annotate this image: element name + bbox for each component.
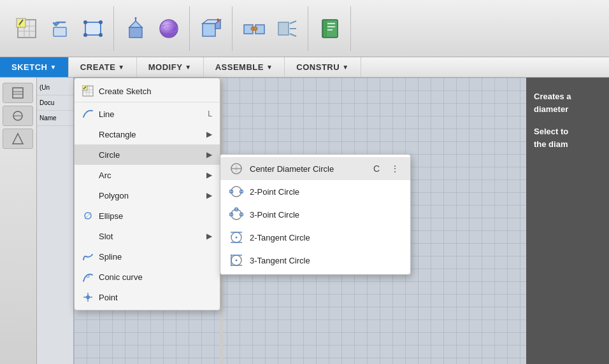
menu-item-create-sketch[interactable]: Create Sketch (75, 81, 220, 102)
submenu-label-3tangent: 3-Tangent Circle (250, 256, 310, 265)
svg-point-13 (99, 33, 103, 37)
sidebar-label-docu: Docu (37, 95, 73, 111)
menu-item-circle[interactable]: Circle ▶ (75, 144, 220, 165)
menu-item-point[interactable]: Point (75, 287, 220, 307)
toolbar-assemble-section (234, 6, 308, 51)
left-panel-btn-3[interactable] (3, 129, 33, 149)
nav-bar: SKETCH ▼ CREATE ▼ MODIFY ▼ ASSEMBLE ▼ CO… (0, 57, 609, 78)
toolbar-create-section (115, 6, 190, 51)
svg-marker-17 (134, 17, 137, 18)
svg-rect-8 (54, 27, 66, 36)
rectangle-icon (82, 17, 104, 40)
arc-menu-icon (82, 169, 94, 181)
submenu-item-2tangent[interactable]: 2-Tangent Circle (220, 226, 410, 249)
svg-point-63 (235, 167, 238, 170)
nav-arrow-sketch: ▼ (50, 64, 56, 71)
sphere-icon (157, 17, 180, 40)
nav-item-create[interactable]: CREATE ▼ (69, 57, 137, 77)
sidebar-labels: (Un Docu Name (37, 78, 74, 364)
menu-label-arc: Arc (99, 171, 111, 180)
menu-label-line: Line (99, 109, 115, 119)
submenu-label-3point: 3-Point Circle (250, 210, 299, 220)
svg-rect-14 (129, 27, 142, 38)
toolbar-btn-undo[interactable] (45, 10, 75, 48)
bearing-icon (276, 17, 299, 40)
toolbar-construct-section (310, 6, 351, 51)
toolbar-btn-assemble2[interactable] (272, 10, 303, 48)
menu-label-polygon: Polygon (99, 191, 129, 200)
menu-label-spline: Spline (99, 252, 122, 262)
toolbar-btn-sphere[interactable] (154, 10, 184, 48)
toolbar-btn-assemble[interactable] (239, 10, 269, 48)
svg-point-30 (254, 27, 257, 31)
menu-item-polygon[interactable]: Polygon ▶ (75, 185, 220, 206)
menu-item-rectangle[interactable]: Rectangle ▶ (75, 124, 220, 144)
toolbar (0, 0, 609, 57)
submenu-item-center-diameter[interactable]: Center Diameter Circle C ⋮ (220, 157, 410, 180)
menu-label-point: Point (99, 293, 118, 302)
tooltip-text-4: the diam (534, 139, 568, 149)
svg-rect-40 (13, 88, 23, 98)
arc-submenu-arrow: ▶ (206, 171, 212, 179)
nav-arrow-modify: ▼ (185, 64, 191, 71)
menu-item-arc[interactable]: Arc ▶ (75, 165, 220, 185)
tooltip-text-1: Creates a (534, 92, 571, 101)
sidebar-label-name: Name (37, 111, 73, 126)
more-options-btn[interactable]: ⋮ (389, 162, 401, 175)
canvas-area[interactable]: Create Sketch Line L Rectangle ▶ (74, 78, 609, 364)
rectangle-menu-icon (82, 129, 94, 140)
toolbar-sketch-section (6, 6, 114, 51)
menu-item-slot[interactable]: Slot ▶ (75, 226, 220, 246)
submenu-item-2point[interactable]: 2-Point Circle (220, 180, 410, 203)
center-diameter-circle-icon (229, 162, 243, 176)
toolbar-btn-construct[interactable] (315, 10, 345, 48)
left-panel (0, 78, 37, 364)
svg-point-56 (86, 295, 90, 299)
main-area: (Un Docu Name Cre (0, 78, 609, 364)
toolbar-btn-sketch[interactable] (11, 10, 42, 48)
tooltip-panel: Creates a diameter Select to the diam (526, 78, 609, 364)
nav-label-construct: CONSTRU (296, 62, 340, 72)
nav-arrow-assemble: ▼ (266, 64, 273, 71)
nav-item-assemble[interactable]: ASSEMBLE ▼ (204, 57, 285, 77)
svg-marker-45 (13, 134, 23, 144)
left-panel-btn-1[interactable] (3, 83, 33, 103)
tooltip-line2: Select to the diam (534, 125, 601, 150)
menu-shortcut-line: L (208, 109, 212, 118)
tooltip-text-3: Select to (534, 127, 568, 136)
menu-item-ellipse[interactable]: Ellipse (75, 206, 220, 226)
nav-item-sketch[interactable]: SKETCH ▼ (0, 57, 69, 77)
nav-item-modify[interactable]: MODIFY ▼ (137, 57, 204, 77)
nav-item-construct[interactable]: CONSTRU ▼ (285, 57, 361, 77)
menu-item-conic[interactable]: Conic curve (75, 267, 220, 287)
menu-label-slot: Slot (99, 232, 113, 241)
book-icon (319, 17, 341, 40)
extrude-icon (124, 17, 147, 40)
svg-line-34 (290, 34, 296, 36)
conic-menu-icon (82, 271, 94, 283)
svg-rect-9 (85, 22, 101, 35)
3tangent-circle-icon (229, 253, 243, 267)
sidebar-label-un: (Un (37, 80, 73, 95)
toolbar-btn-extrude[interactable] (120, 10, 151, 48)
menu-item-line[interactable]: Line L (75, 104, 220, 124)
svg-marker-15 (129, 21, 142, 27)
svg-rect-31 (278, 22, 289, 35)
submenu-item-3point[interactable]: 3-Point Circle (220, 203, 410, 226)
3point-circle-icon (229, 207, 243, 221)
toolbar-btn-modify[interactable] (196, 10, 227, 48)
toolbar-modify-section (191, 6, 233, 51)
left-panel-btn-2[interactable] (3, 106, 33, 126)
ellipse-menu-icon (82, 210, 94, 221)
tooltip-line1: Creates a diameter (534, 90, 601, 115)
rectangle-submenu-arrow: ▶ (206, 130, 212, 139)
menu-item-spline[interactable]: Spline (75, 246, 220, 267)
submenu-item-3tangent[interactable]: 3-Tangent Circle (220, 249, 410, 272)
svg-rect-36 (324, 20, 326, 38)
svg-point-76 (236, 237, 238, 239)
menu-label-rectangle: Rectangle (99, 130, 136, 139)
svg-point-12 (83, 33, 87, 37)
menu-label-conic: Conic curve (99, 272, 143, 282)
toolbar-btn-rect[interactable] (78, 10, 108, 48)
sketch-dropdown-menu: Create Sketch Line L Rectangle ▶ (74, 78, 220, 311)
